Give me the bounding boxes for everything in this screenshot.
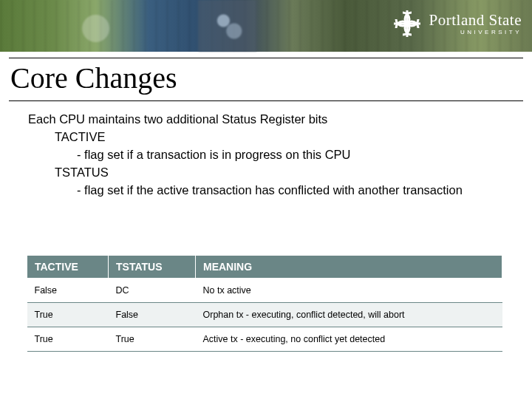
cell-tstatus: False (109, 303, 196, 327)
body-item-desc: - flag set if a transaction is in progre… (77, 146, 504, 164)
title-rule-top (9, 58, 523, 58)
cell-tactive: True (27, 303, 109, 327)
cell-tactive: True (27, 327, 109, 352)
interlock-logo-icon (392, 9, 422, 38)
col-header-tstatus: TSTATUS (109, 256, 196, 279)
body-item-desc: - flag set if the active transaction has… (77, 182, 504, 200)
body-item: TACTIVE (55, 129, 504, 146)
slide: Portland State UNIVERSITY Core Changes E… (0, 0, 532, 399)
col-header-meaning: MEANING (196, 256, 502, 279)
table-row: True False Orphan tx - executing, confli… (27, 303, 502, 327)
brand: Portland State UNIVERSITY (392, 9, 522, 38)
cell-tactive: False (27, 279, 109, 303)
col-header-tactive: TACTIVE (27, 256, 109, 279)
brand-subtitle: UNIVERSITY (429, 30, 522, 35)
slide-title: Core Changes (10, 61, 177, 95)
brand-name: Portland State (429, 13, 522, 28)
body-line: Each CPU maintains two additional Status… (28, 111, 504, 129)
cell-tstatus: DC (109, 279, 196, 303)
cell-tstatus: True (109, 327, 196, 352)
header-band: Portland State UNIVERSITY (0, 0, 532, 52)
table-row: True True Active tx - executing, no conf… (27, 327, 502, 352)
status-table: TACTIVE TSTATUS MEANING False DC No tx a… (27, 255, 502, 352)
table-row: False DC No tx active (27, 279, 502, 303)
cell-meaning: Active tx - executing, no conflict yet d… (196, 327, 502, 352)
body-item: TSTATUS (55, 164, 504, 182)
title-rule-bottom (9, 100, 523, 101)
table-header-row: TACTIVE TSTATUS MEANING (27, 256, 502, 279)
body-text: Each CPU maintains two additional Status… (28, 111, 504, 200)
cell-meaning: Orphan tx - executing, conflict detected… (196, 303, 502, 327)
cell-meaning: No tx active (196, 279, 502, 303)
